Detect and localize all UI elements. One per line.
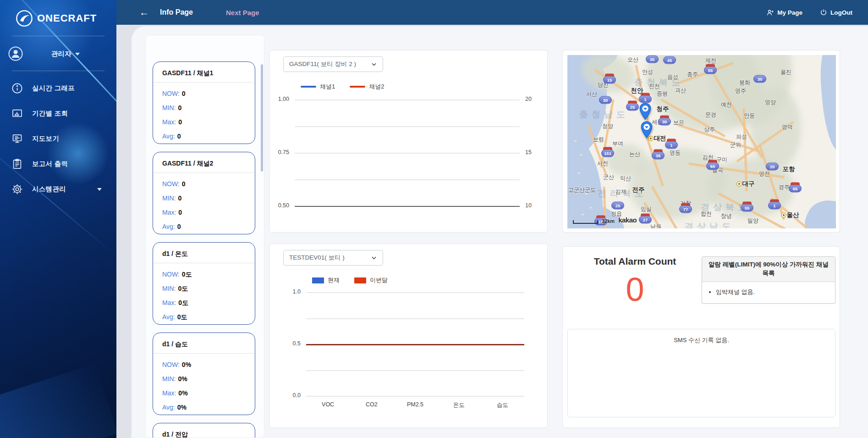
city-label: 서천 xyxy=(597,160,608,167)
legend-swatch xyxy=(312,277,324,283)
road-number-badge: 30 xyxy=(753,75,766,83)
sidebar-item-4[interactable]: 보고서 출력 xyxy=(0,151,116,177)
chart-gridline: -0.5 xyxy=(306,370,524,371)
road-number-badge: 20 xyxy=(766,163,779,171)
x-axis-category: VOC xyxy=(322,401,334,408)
sidebar-item-3[interactable]: 지도보기 xyxy=(0,126,116,151)
city-label: 합천 xyxy=(701,210,712,218)
stat-row: MIN:0 xyxy=(162,101,246,115)
alarm-count: 0 xyxy=(563,271,707,308)
device-select-1-value: GASDF11( 보티 장비 2 ) xyxy=(289,60,356,68)
stat-card-title: d1 / 습도 xyxy=(153,333,255,353)
stat-row: Avg:0% xyxy=(162,400,246,415)
chevron-down-icon xyxy=(75,53,80,55)
chart-plot: 1.00.50.0-0.5-1.0VOCCO2PM2.5온도습도 xyxy=(306,292,524,396)
stat-row-label: Max: xyxy=(162,299,176,306)
stat-row-label: Max: xyxy=(162,118,176,126)
sms-box: SMS 수신 기록 없음. xyxy=(567,329,835,417)
city-dot xyxy=(736,181,742,187)
city-label: 영양 xyxy=(765,99,776,106)
limit-channel-item: 임박채널 없음. xyxy=(716,288,830,296)
device-select-2[interactable]: TESTDEV01( 보티 ) xyxy=(283,250,383,266)
stat-row-value: 0 xyxy=(182,180,186,188)
sea-water xyxy=(818,55,836,152)
chart-gridline: 0.7515 xyxy=(295,126,520,127)
city-label: 영주 xyxy=(735,87,746,95)
city-label: 오산 xyxy=(627,56,638,64)
content-area: GASDF11 / 채널1NOW:0MIN:0Max:0Avg:0GASDF11… xyxy=(116,25,868,438)
road-number-badge: 151 xyxy=(601,150,614,157)
stat-cards-panel: GASDF11 / 채널1NOW:0MIN:0Max:0Avg:0GASDF11… xyxy=(145,35,264,438)
image-icon xyxy=(11,107,23,120)
stat-row: Max:0% xyxy=(162,386,246,400)
city-label: 증평 xyxy=(657,90,668,98)
sidebar-item-2[interactable]: 기간별 조회 xyxy=(0,101,116,126)
island xyxy=(581,213,584,216)
next-page-link[interactable]: Next Page xyxy=(226,9,259,17)
stat-row-label: Avg: xyxy=(162,313,175,321)
limit-box-list: 임박채널 없음. xyxy=(702,282,835,303)
map-marker-pin[interactable] xyxy=(640,121,653,139)
city-label: 의성 xyxy=(736,133,747,141)
stat-row-label: Avg: xyxy=(162,133,175,140)
chart-gridline: -1.0 xyxy=(306,396,524,397)
sidebar-item-5[interactable]: 시스템관리 xyxy=(0,177,116,202)
y-axis-tick-left: 1.0 xyxy=(293,288,301,295)
y-axis-tick-left: 0.50 xyxy=(278,202,289,209)
brand-name: ONECRAFT xyxy=(37,12,97,24)
power-icon xyxy=(820,9,827,16)
road-number-badge: 15 xyxy=(603,76,616,84)
road-number-badge: 30 xyxy=(658,118,671,126)
cards-scrollbar-thumb[interactable] xyxy=(261,64,263,172)
limit-channels-box: 알람 레벨(LIMIT)에 90%이상 가까워진 채널 목록 임박채널 없음. xyxy=(702,256,835,304)
sidebar-item-1[interactable]: 실시간 그래프 xyxy=(0,76,116,101)
map-marker-pin[interactable] xyxy=(639,103,652,120)
legend-item: 이번달 xyxy=(354,276,388,284)
road-number-badge: 1 xyxy=(768,202,781,210)
stat-row: Avg:0 xyxy=(162,220,246,234)
stat-row: Max:0도 xyxy=(162,296,246,310)
city-label: 전주 xyxy=(632,186,645,194)
chart-gridline: 0.0 xyxy=(306,344,524,345)
city-label: 경주 xyxy=(779,183,790,191)
stat-card-rows: NOW:0%MIN:0%Max:0%Avg:0% xyxy=(153,354,255,415)
chart-gridline: 1.0 xyxy=(306,292,524,293)
logout-button[interactable]: LogOut xyxy=(820,9,852,16)
island xyxy=(574,140,577,142)
chart-legend: 현재이번달 xyxy=(312,276,388,284)
sidebar-item-label: 지도보기 xyxy=(32,134,59,143)
kakao-map[interactable]: 충청북도충청남도전라북도경상북도경상남도오산제천울진안성충주음성봉화당진진천괴산… xyxy=(567,55,836,228)
city-label: 충주 xyxy=(687,71,698,78)
legend-swatch xyxy=(354,277,366,283)
user-row[interactable]: 관리자 xyxy=(0,36,116,71)
topbar: ← Info Page Next Page My Page xyxy=(116,0,868,25)
road-number-badge: 65 xyxy=(706,162,719,170)
map-panel: 충청북도충청남도전라북도경상북도경상남도오산제천울진안성충주음성봉화당진진천괴산… xyxy=(562,50,840,233)
road-number-badge: 55 xyxy=(741,204,753,212)
island xyxy=(577,172,581,174)
stat-card-rows: NOW:0MIN:0Max:0Avg:0 xyxy=(153,83,255,144)
legend-item: 현재 xyxy=(312,276,340,284)
stat-row: Max:0 xyxy=(162,205,246,220)
my-page-button[interactable]: My Page xyxy=(766,9,802,17)
stat-card: d1 / 온도NOW:0도MIN:0도Max:0도Avg:0도 xyxy=(153,242,255,325)
stat-row: MIN:0% xyxy=(162,372,246,386)
stat-row-value: 0도 xyxy=(177,313,187,321)
stat-row-value: 0% xyxy=(178,389,187,397)
city-label: 보령 xyxy=(593,136,604,144)
stat-row: MIN:0 xyxy=(162,191,246,205)
user-name[interactable]: 관리자 xyxy=(51,50,80,58)
stat-row-label: NOW: xyxy=(162,180,180,188)
device-select-1[interactable]: GASDF11( 보티 장비 2 ) xyxy=(283,56,383,72)
stat-card-title: d1 / 온도 xyxy=(153,243,255,263)
city-label: 군산 xyxy=(603,173,614,181)
back-arrow-icon[interactable]: ← xyxy=(139,7,149,18)
road-number-badge: 25 xyxy=(611,202,624,210)
sidebar-corner-shape xyxy=(0,364,116,438)
city-label: 진천 xyxy=(649,83,660,90)
city-label: 봉화 xyxy=(739,79,750,87)
y-axis-tick-left: 0.75 xyxy=(278,149,289,155)
kakao-logo: kakao xyxy=(618,216,637,224)
road-number-badge: 55 xyxy=(704,67,717,74)
y-axis-tick-left: 1.00 xyxy=(278,96,289,102)
